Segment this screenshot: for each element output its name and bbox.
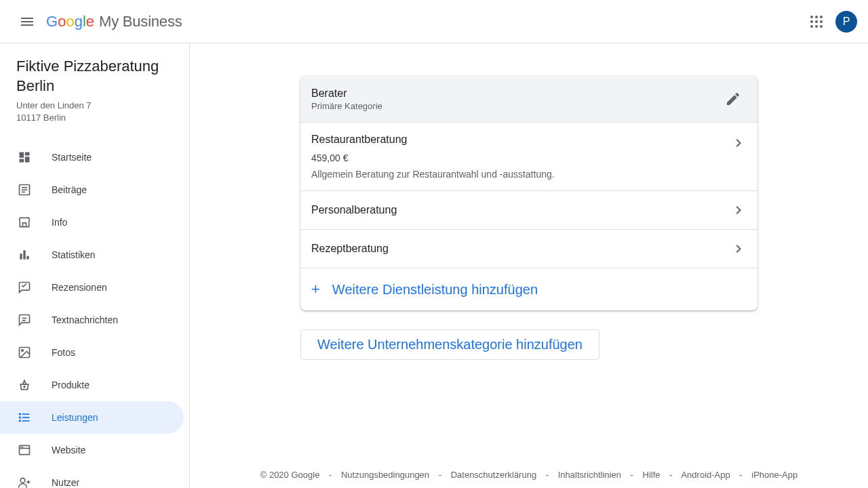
sidebar-item-services[interactable]: Leistungen [0,401,184,434]
footer-link-iphone[interactable]: iPhone-App [751,470,797,480]
avatar-initial: P [843,16,850,28]
svg-rect-23 [22,413,30,415]
review-icon [18,281,31,294]
svg-point-7 [810,25,813,28]
google-logo-icon: Google [46,14,96,30]
post-icon [18,183,31,197]
sidebar-item-products[interactable]: Produkte [0,369,184,401]
service-description: Allgemein Beratung zur Restaurantwahl un… [311,169,722,180]
category-title: Berater [311,87,719,100]
svg-point-3 [820,16,823,18]
svg-rect-25 [22,417,30,418]
footer: © 2020 Google - Nutzungsbedingungen - Da… [190,459,868,488]
sidebar-item-home[interactable]: Startseite [0,141,184,174]
service-row-personal[interactable]: Personalberatung [300,191,757,230]
footer-link-help[interactable]: Hilfe [643,470,660,480]
nav-label: Startseite [52,152,92,163]
service-name: Rezeptberatung [311,243,722,255]
person-add-icon [18,476,31,488]
svg-point-31 [20,478,25,483]
nav-label: Info [52,217,67,228]
business-header: Fiktive Pizzaberatung Berlin Unter den L… [0,57,189,136]
service-name: Personalberatung [311,204,722,216]
basket-icon [18,378,31,392]
list-icon [18,411,31,424]
footer-link-terms[interactable]: Nutzungsbedingungen [341,470,429,480]
sidebar-item-info[interactable]: Info [0,206,184,239]
content-area: Berater Primäre Kategorie Restaurantbera… [190,43,868,488]
chevron-right-icon [730,135,747,151]
svg-point-1 [810,16,813,18]
storefront-icon [18,216,31,229]
sidebar-item-messages[interactable]: Textnachrichten [0,304,184,336]
apps-button[interactable] [803,8,830,35]
svg-rect-16 [26,256,28,259]
svg-rect-15 [23,250,25,259]
svg-rect-14 [20,253,22,259]
chat-icon [18,313,31,327]
svg-point-20 [22,349,23,351]
dashboard-icon [18,150,31,164]
image-icon [18,346,31,359]
plus-icon: + [311,281,320,298]
chevron-right-icon [730,202,747,218]
bar-chart-icon [18,248,31,262]
sidebar: Fiktive Pizzaberatung Berlin Unter den L… [0,43,190,488]
service-row-restaurant[interactable]: Restaurantberatung 459,00 € Allgemein Be… [300,123,757,191]
svg-point-21 [24,386,25,387]
product-name: My Business [99,13,182,30]
footer-link-privacy[interactable]: Datenschutzerklärung [451,470,536,480]
business-name: Fiktive Pizzaberatung Berlin [16,57,173,96]
app-header: Google My Business P [0,0,868,43]
footer-link-content[interactable]: Inhaltsrichtlinien [558,470,621,480]
service-name: Restaurantberatung [311,134,722,146]
nav-label: Nutzer [52,477,79,488]
svg-point-9 [820,25,823,28]
menu-button[interactable] [11,5,43,38]
nav-label: Fotos [52,347,75,358]
avatar[interactable]: P [835,11,857,33]
edit-category-button[interactable] [719,85,747,113]
services-card: Berater Primäre Kategorie Restaurantbera… [300,76,757,310]
chevron-right-icon [730,241,747,257]
svg-text:Google: Google [46,14,94,30]
web-icon [18,443,31,457]
business-address: Unter den Linden 7 10117 Berlin [16,100,173,124]
sidebar-item-insights[interactable]: Statistiken [0,239,184,271]
nav-label: Leistungen [52,412,98,423]
add-service-button[interactable]: + Weitere Dienstleistung hinzufügen [300,268,757,310]
svg-rect-27 [22,420,30,422]
nav-label: Website [52,445,85,455]
sidebar-item-reviews[interactable]: Rezensionen [0,271,184,304]
svg-point-8 [815,25,818,28]
category-header: Berater Primäre Kategorie [300,76,757,123]
copyright: © 2020 Google [260,470,320,480]
add-service-label: Weitere Dienstleistung hinzufügen [332,282,538,298]
pencil-icon [725,91,741,107]
svg-rect-30 [20,447,23,447]
sidebar-item-users[interactable]: Nutzer [0,466,184,488]
svg-point-24 [19,416,21,418]
svg-point-5 [815,20,818,23]
svg-point-4 [810,20,813,23]
sidebar-item-photos[interactable]: Fotos [0,336,184,369]
svg-point-2 [815,16,818,18]
nav-label: Statistiken [52,249,96,260]
nav-label: Rezensionen [52,282,107,293]
service-row-rezept[interactable]: Rezeptberatung [300,230,757,268]
nav-label: Beiträge [52,184,87,195]
sidebar-item-posts[interactable]: Beiträge [0,174,184,206]
add-category-button[interactable]: Weitere Unternehmenskategorie hinzufügen [300,329,599,360]
svg-point-22 [19,413,21,415]
apps-grid-icon [808,14,825,30]
logo: Google My Business [46,13,182,30]
nav-label: Textnachrichten [52,314,118,325]
category-subtitle: Primäre Kategorie [311,101,719,111]
sidebar-item-website[interactable]: Website [0,434,184,466]
hamburger-icon [19,14,35,30]
svg-point-26 [19,420,21,422]
svg-point-6 [820,20,823,23]
footer-link-android[interactable]: Android-App [681,470,730,480]
nav: Startseite Beiträge Info Statistiken Rez… [0,141,189,488]
service-price: 459,00 € [311,152,722,163]
